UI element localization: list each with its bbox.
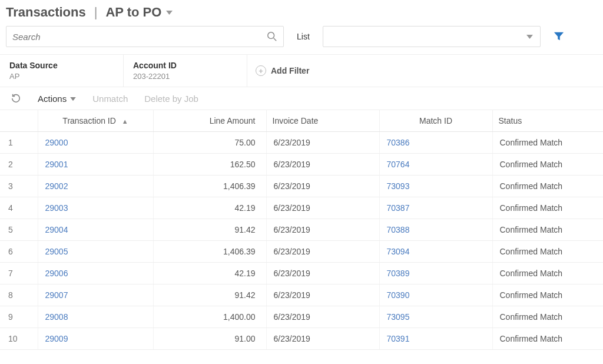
transaction-id-link[interactable]: 29002	[45, 181, 68, 191]
match-id-link[interactable]: 70391	[387, 334, 410, 343]
search-input[interactable]	[12, 32, 267, 42]
line-amount: 1,406.39	[153, 176, 266, 197]
list-select[interactable]	[323, 26, 541, 47]
page-header: Transactions | AP to PO	[0, 0, 603, 26]
caret-down-icon	[166, 5, 173, 20]
col-match-id[interactable]: Match ID	[379, 110, 492, 132]
subtitle-label: AP to PO	[105, 5, 161, 20]
col-invoice-date[interactable]: Invoice Date	[266, 110, 379, 132]
status: Confirmed Match	[492, 132, 603, 154]
transaction-id-link[interactable]: 29009	[45, 334, 68, 343]
filter-account-id[interactable]: Account ID 203-22201	[124, 55, 247, 87]
filter-data-source[interactable]: Data Source AP	[0, 55, 124, 87]
invoice-date: 6/23/2019	[266, 132, 379, 154]
refresh-icon[interactable]	[11, 93, 21, 104]
caret-down-icon	[526, 32, 533, 41]
transaction-id-link[interactable]: 29008	[45, 312, 68, 322]
invoice-date: 6/23/2019	[266, 176, 379, 197]
header-divider: |	[94, 5, 98, 20]
match-id-link[interactable]: 70387	[387, 203, 410, 213]
page-subtitle-select[interactable]: AP to PO	[105, 5, 173, 20]
filter-icon[interactable]	[554, 31, 564, 42]
search-box[interactable]	[6, 26, 284, 47]
svg-marker-4	[554, 32, 564, 41]
match-id-link[interactable]: 73093	[387, 181, 410, 191]
col-status[interactable]: Status	[492, 110, 603, 132]
status: Confirmed Match	[492, 328, 603, 350]
col-line-amount[interactable]: Line Amount	[153, 110, 266, 132]
invoice-date: 6/23/2019	[266, 284, 379, 306]
actions-button[interactable]: Actions	[38, 94, 76, 104]
status: Confirmed Match	[492, 176, 603, 197]
invoice-date: 6/23/2019	[266, 241, 379, 263]
list-label: List	[297, 32, 310, 41]
line-amount: 91.42	[153, 219, 266, 241]
filter-bar: Data Source AP Account ID 203-22201 + Ad…	[0, 54, 603, 87]
transaction-id-link[interactable]: 29004	[45, 225, 68, 234]
line-amount: 162.50	[153, 154, 266, 176]
table-row: 229001162.506/23/201970764Confirmed Matc…	[0, 154, 603, 176]
search-icon[interactable]	[267, 31, 277, 42]
svg-marker-5	[70, 97, 76, 101]
add-filter-button[interactable]: + Add Filter	[247, 55, 317, 87]
transaction-id-link[interactable]: 29001	[45, 160, 68, 169]
search-row: List	[0, 26, 603, 54]
delete-by-job-button[interactable]: Delete by Job	[144, 94, 198, 104]
status: Confirmed Match	[492, 154, 603, 176]
row-number: 9	[0, 306, 38, 328]
transaction-id-link[interactable]: 29006	[45, 269, 68, 278]
table-row: 42900342.196/23/201970387Confirmed Match	[0, 197, 603, 219]
row-number: 1	[0, 132, 38, 154]
transaction-id-link[interactable]: 29003	[45, 203, 68, 213]
match-id-link[interactable]: 70388	[387, 225, 410, 234]
row-number: 8	[0, 284, 38, 306]
filter-value: 203-22201	[133, 72, 237, 81]
col-label: Transaction ID	[62, 116, 116, 125]
match-id-link[interactable]: 70390	[387, 290, 410, 300]
line-amount: 1,406.39	[153, 241, 266, 263]
invoice-date: 6/23/2019	[266, 328, 379, 350]
invoice-date: 6/23/2019	[266, 306, 379, 328]
table-row: 6290051,406.396/23/201973094Confirmed Ma…	[0, 241, 603, 263]
transaction-id-link[interactable]: 29007	[45, 290, 68, 300]
line-amount: 1,400.00	[153, 306, 266, 328]
row-number: 5	[0, 219, 38, 241]
page-title: Transactions	[6, 5, 86, 20]
unmatch-button[interactable]: Unmatch	[92, 94, 128, 104]
transaction-id-link[interactable]: 29000	[45, 138, 68, 147]
match-id-link[interactable]: 70389	[387, 269, 410, 278]
toolbar: Actions Unmatch Delete by Job	[0, 87, 603, 110]
match-id-link[interactable]: 70386	[387, 138, 410, 147]
plus-circle-icon: +	[256, 65, 266, 76]
status: Confirmed Match	[492, 219, 603, 241]
match-id-link[interactable]: 73095	[387, 312, 410, 322]
table-row: 9290081,400.006/23/201973095Confirmed Ma…	[0, 306, 603, 328]
line-amount: 42.19	[153, 263, 266, 284]
table-row: 3290021,406.396/23/201973093Confirmed Ma…	[0, 176, 603, 197]
filter-value: AP	[9, 72, 114, 81]
match-id-link[interactable]: 73094	[387, 247, 410, 256]
col-transaction-id[interactable]: Transaction ID ▲	[38, 110, 153, 132]
add-filter-label: Add Filter	[271, 66, 309, 75]
col-rownum	[0, 110, 38, 132]
table-row: 72900642.196/23/201970389Confirmed Match	[0, 263, 603, 284]
invoice-date: 6/23/2019	[266, 197, 379, 219]
filter-label: Data Source	[9, 61, 114, 70]
sort-asc-icon: ▲	[122, 118, 128, 125]
status: Confirmed Match	[492, 197, 603, 219]
table-row: 12900075.006/23/201970386Confirmed Match	[0, 132, 603, 154]
row-number: 2	[0, 154, 38, 176]
row-number: 7	[0, 263, 38, 284]
line-amount: 91.00	[153, 328, 266, 350]
caret-down-icon	[70, 94, 76, 104]
table-row: 52900491.426/23/201970388Confirmed Match	[0, 219, 603, 241]
status: Confirmed Match	[492, 263, 603, 284]
transaction-id-link[interactable]: 29005	[45, 247, 68, 256]
match-id-link[interactable]: 70764	[387, 160, 410, 169]
row-number: 10	[0, 328, 38, 350]
table-row: 82900791.426/23/201970390Confirmed Match	[0, 284, 603, 306]
row-number: 4	[0, 197, 38, 219]
status: Confirmed Match	[492, 284, 603, 306]
svg-marker-0	[166, 11, 173, 15]
transactions-table: Transaction ID ▲ Line Amount Invoice Dat…	[0, 110, 603, 350]
